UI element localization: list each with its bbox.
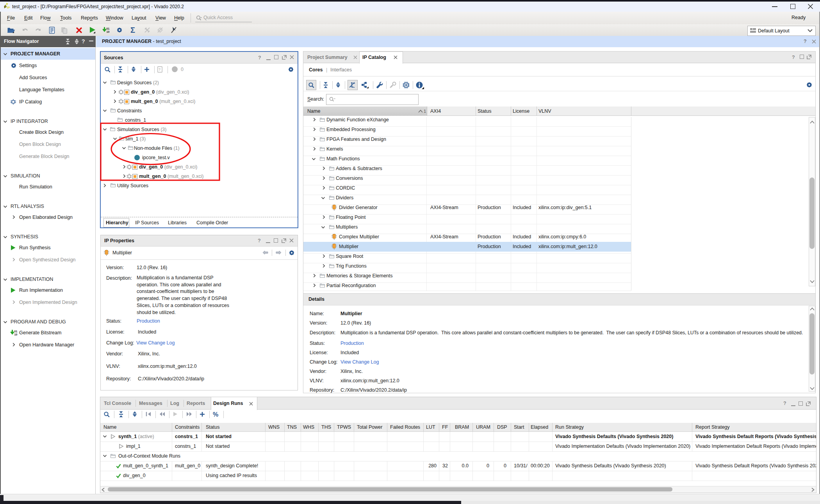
- svg-text:?: ?: [159, 67, 160, 71]
- svg-text:10: 10: [14, 333, 18, 336]
- svg-text:10: 10: [107, 30, 110, 33]
- svg-text:01: 01: [107, 27, 110, 30]
- svg-text:01: 01: [14, 330, 18, 333]
